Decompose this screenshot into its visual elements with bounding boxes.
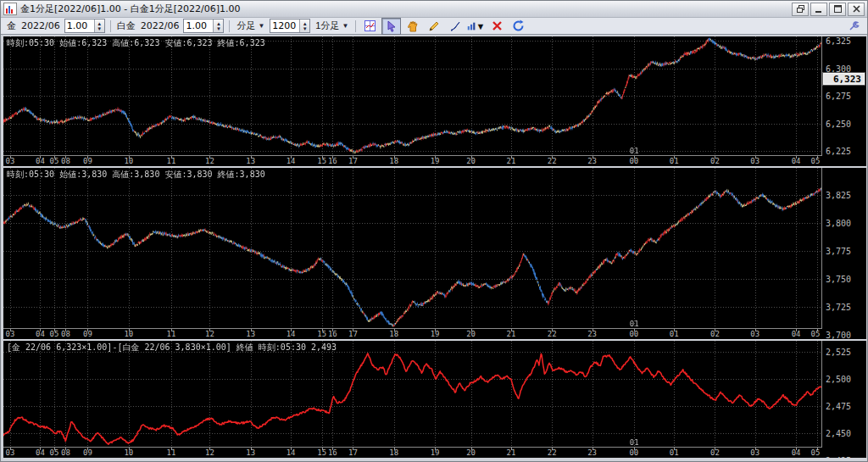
time-axis-label: 21 [506,330,515,338]
chart-type-dropdown-button[interactable]: ▼ [466,18,486,35]
time-axis-label: 00 [629,448,638,457]
float-window-button[interactable] [792,3,809,16]
platinum-multiplier-spinner[interactable]: ▲▼ [183,19,224,33]
spread-chart-panel: [金 22/06 6,323×1.00]-[白金 22/06 3,830×1.0… [3,341,866,458]
time-axis-label: 08 [61,330,70,338]
time-axis-label: 19 [431,157,440,165]
maximize-button[interactable] [829,3,846,16]
select-cursor-tool-button[interactable] [381,18,401,35]
minimize-button[interactable] [810,3,827,16]
time-axis-label: 16 [328,448,337,457]
price-axis-label: 6,300 [826,64,851,74]
time-axis-label: 20 [466,157,476,165]
crosshair-chart-tool-button[interactable] [360,18,380,35]
app-window: 金1分足[2022/06]1.00 - 白金1分足[2022/06]1.00 金… [0,0,868,462]
spread-line-chart[interactable] [3,341,822,448]
time-axis-label: 14 [287,448,296,457]
refresh-button[interactable] [509,18,528,35]
price-axis-label: 6,225 [826,147,851,156]
time-axis-label: 08 [61,157,70,165]
chevron-down-icon: ▼ [258,22,264,30]
price-axis-label: 3,750 [826,275,851,284]
time-axis-label: 01 [670,448,679,457]
time-axis-label: 23 [587,330,597,338]
spread-chart-readout: [金 22/06 6,323×1.00]-[白金 22/06 3,830×1.0… [7,342,337,353]
gold-chart-panel: 時刻:05:30 始値:6,323 高値:6,323 安値:6,323 終値:6… [3,36,866,166]
time-axis-label: 05 [49,330,58,338]
spinner-arrows-icon[interactable]: ▲▼ [94,19,104,32]
time-axis-label: 22 [548,448,557,457]
time-axis-label: 04 [36,448,45,457]
time-axis-label: 18 [389,157,398,165]
app-icon [3,3,17,15]
platinum-multiplier-input[interactable] [184,20,213,31]
timeframe-dropdown[interactable]: 1分足▼ [314,19,350,33]
gold-multiplier-input[interactable] [65,20,94,31]
time-axis-label: 04 [792,448,801,457]
spinner-arrows-icon[interactable]: ▲▼ [299,19,309,32]
time-axis[interactable]: 0304050809101112131415161718192021222300… [3,447,822,458]
time-axis-label: 13 [246,330,255,338]
time-axis-label: 03 [750,157,760,165]
time-axis-label: 18 [389,448,398,457]
spinner-arrows-icon[interactable]: ▲▼ [213,19,223,32]
time-axis-label: 21 [506,448,515,457]
time-axis-label: 03 [6,448,15,457]
time-axis-label: 12 [205,157,214,165]
time-axis[interactable]: 0304050809101112131415161718192021222300… [3,155,822,166]
settings-wrench-button[interactable] [843,18,863,35]
time-axis-label: 21 [506,157,515,165]
time-axis-label: 13 [246,448,255,457]
period-type-dropdown[interactable]: 分足▼ [235,19,266,33]
pan-hand-tool-button[interactable] [403,18,422,35]
platinum-price-axis[interactable]: 3,830 3,8253,8003,7753,7503,7253,700 [821,168,866,339]
time-axis-label: 15 [317,157,326,165]
time-axis-label: 09 [83,448,92,457]
time-axis-label: 15 [317,330,326,338]
price-axis-label: 3,825 [826,191,851,200]
time-axis-label: 04 [36,330,45,338]
time-axis-label: 04 [792,330,801,338]
spread-price-axis[interactable]: 2,493 2,5252,5002,4752,4502,425 [821,341,866,458]
platinum-candlestick-chart[interactable] [3,168,822,329]
time-axis-label: 05 [811,157,821,165]
time-axis-label: 02 [710,330,720,338]
platinum-contract-month[interactable]: 2022/06 [141,20,180,31]
platinum-label: 白金 [117,19,136,32]
time-axis-label: 14 [287,330,296,338]
time-axis-label: 03 [750,448,760,457]
time-axis-label: 22 [548,330,557,338]
toolbar-separator [355,20,356,32]
time-axis-label: 11 [167,448,176,457]
gold-price-axis[interactable]: 6,323 6,3256,3006,2756,2506,225 [821,36,866,166]
time-axis-label: 03 [6,157,15,165]
time-axis-label: 03 [6,330,15,338]
pen-tool-button[interactable] [445,18,465,35]
gold-candlestick-chart[interactable] [3,36,822,156]
platinum-chart-panel: 時刻:05:30 始値:3,830 高値:3,830 安値:3,830 終値:3… [3,168,866,339]
close-button[interactable] [848,3,865,16]
gold-contract-month[interactable]: 2022/06 [21,20,60,31]
time-axis-label: 23 [587,157,597,165]
time-axis-label: 17 [348,157,358,165]
time-axis-label: 05 [811,448,821,457]
title-bar[interactable]: 金1分足[2022/06]1.00 - 白金1分足[2022/06]1.00 [1,1,867,18]
pencil-tool-button[interactable] [424,18,443,35]
time-axis-label: 20 [466,330,476,338]
time-axis-label: 22 [548,157,557,165]
gold-multiplier-spinner[interactable]: ▲▼ [64,19,105,33]
time-axis-label: 23 [587,448,597,457]
time-axis-label: 11 [167,157,176,165]
chevron-down-icon: ▼ [342,22,348,30]
time-axis-label: 15 [317,448,326,457]
time-axis[interactable]: 0304050809101112131415161718192021222300… [3,328,822,339]
toolbar-separator [110,20,111,32]
bar-count-input[interactable] [270,20,299,31]
platinum-chart-ohlc-readout: 時刻:05:30 始値:3,830 高値:3,830 安値:3,830 終値:3… [7,169,265,181]
time-axis-label: 05 [49,448,58,457]
time-axis-label: 20 [466,448,476,457]
time-axis-label: 05 [811,330,821,338]
date-change-marker: 01 [630,438,639,447]
delete-drawing-button[interactable] [487,18,507,35]
bar-count-spinner[interactable]: ▲▼ [270,19,310,33]
